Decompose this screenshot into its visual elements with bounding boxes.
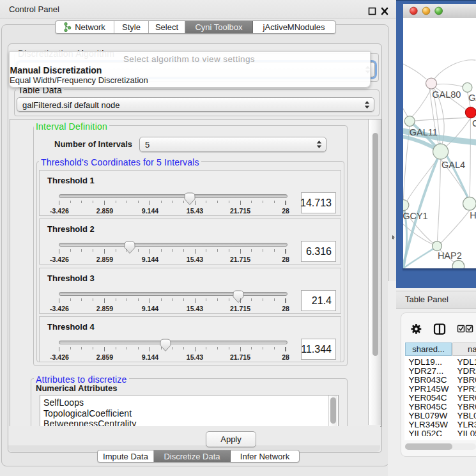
svg-text:GA: GA: [468, 93, 476, 103]
svg-text:GAL80: GAL80: [432, 89, 461, 100]
svg-text:C: C: [472, 118, 476, 128]
svg-text:H: H: [470, 210, 476, 220]
svg-text:GAL4: GAL4: [441, 160, 465, 170]
svg-text:HAP2: HAP2: [438, 250, 462, 261]
svg-text:GAL11: GAL11: [410, 127, 438, 137]
svg-text:GCY1: GCY1: [403, 211, 428, 221]
